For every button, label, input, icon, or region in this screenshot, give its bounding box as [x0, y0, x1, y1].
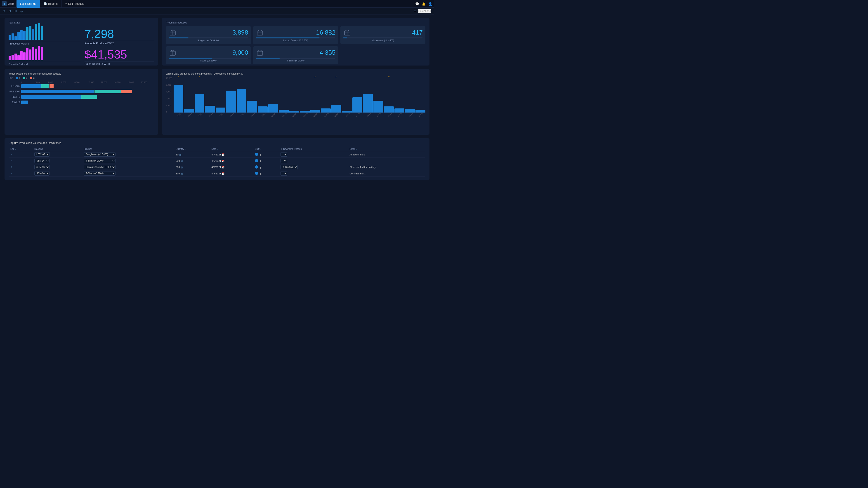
- toolbar-icon-2[interactable]: ⊟: [8, 9, 11, 13]
- sort-icon[interactable]: ↕: [356, 148, 357, 150]
- production-bar: [26, 27, 29, 40]
- comment-icon[interactable]: 💬: [415, 2, 419, 6]
- axis-tick: 8,000: [74, 81, 88, 84]
- sort-icon[interactable]: ↕: [185, 148, 186, 150]
- nav-tab-edit-products[interactable]: ✎ Edit Products: [61, 0, 88, 8]
- product-select[interactable]: T-Shirts (VLT200): [84, 171, 116, 175]
- sales-revenue-value: $41,535: [85, 48, 127, 60]
- vbar: [226, 91, 236, 112]
- hbar-segment: [50, 84, 54, 88]
- products-wtd-cell: 7,298 Products Produced WTD: [82, 26, 154, 45]
- vizlib-icon: ▦: [2, 1, 7, 6]
- product-item: 3,898 Sunglasses (VLG400): [166, 26, 251, 44]
- toolbar-icon-4[interactable]: ◎: [20, 9, 23, 13]
- bars-area: ⚠⚠⚠⚠⚠ 3/1/213/2/213/3/213/4/213/5/213/6/…: [174, 77, 426, 118]
- user-icon[interactable]: 👤: [428, 2, 432, 6]
- production-bar: [35, 24, 37, 40]
- vbar-col: [268, 79, 278, 112]
- quantity-value: 105: [176, 172, 180, 175]
- sort-icon[interactable]: ↕: [303, 148, 304, 150]
- sort-icon[interactable]: ↕: [217, 148, 218, 150]
- vizlib-logo: ▦ vizlib: [2, 1, 14, 6]
- toolbar-icon-1[interactable]: ⊞: [3, 9, 5, 13]
- vizlib-text: vizlib: [8, 2, 14, 5]
- downtime-select[interactable]: [281, 152, 287, 157]
- vbar-chart: ⚠⚠⚠⚠⚠: [174, 79, 426, 113]
- product-item: 9,000 Socks (VLS100): [166, 46, 251, 64]
- toolbar-icon-3[interactable]: ⊠: [14, 9, 17, 13]
- calendar-icon[interactable]: 📅: [222, 160, 224, 162]
- table-col-header: ⚠ Downtime Reason↕: [279, 147, 348, 151]
- quantity-ordered-bars: [8, 47, 81, 60]
- product-select[interactable]: Sunglasses (VLG400): [84, 152, 116, 157]
- product-box-icon: [168, 48, 177, 57]
- downtime-select[interactable]: [281, 159, 287, 163]
- table-col-header: Notes↕: [348, 147, 426, 151]
- vbar-col: [289, 79, 299, 112]
- edit-row-icon[interactable]: ✎: [10, 166, 12, 168]
- product-item: 16,882 Laptop Covers (VLC700): [253, 26, 338, 44]
- nav-tab-logistics[interactable]: Logistics Hub: [17, 0, 40, 8]
- machine-select[interactable]: SSM-16: [34, 159, 50, 163]
- product-value: 3,898: [232, 29, 248, 36]
- machine-select[interactable]: SSM-16: [34, 171, 50, 175]
- legend-label: 1: [19, 77, 20, 79]
- calendar-icon[interactable]: 📅: [222, 172, 224, 175]
- quantity-bar: [32, 47, 34, 60]
- sales-revenue-label: Sales Revenue WTD: [85, 61, 154, 66]
- vbar-col: [395, 79, 404, 112]
- shift-label: Shift: [8, 77, 13, 79]
- downtime-select[interactable]: [281, 171, 287, 175]
- calendar-icon[interactable]: 📅: [222, 166, 224, 168]
- days-chart-card: Which Days produced the most products? (…: [162, 69, 430, 135]
- selections-button[interactable]: Selections: [418, 9, 431, 13]
- vbar: [174, 85, 184, 112]
- downtime-select[interactable]: ⚠ Staffing: [281, 165, 298, 169]
- edit-row-icon[interactable]: ✎: [10, 172, 12, 175]
- product-value: 16,882: [316, 29, 336, 36]
- quantity-bar: [29, 50, 31, 60]
- nav-tab-reports[interactable]: 📄 Reports: [40, 0, 61, 8]
- production-bar: [18, 32, 20, 40]
- hbar-row: SSM-22: [8, 101, 154, 104]
- edit-row-icon[interactable]: ✎: [10, 153, 12, 156]
- quantity-bar: [14, 54, 17, 60]
- vbar-col: [415, 79, 426, 112]
- product-select[interactable]: T-Shirts (VLT200): [84, 159, 116, 163]
- nav-tab-logistics-label: Logistics Hub: [20, 2, 36, 5]
- legend-dot: [16, 77, 18, 79]
- vbar-col: ⚠: [384, 79, 394, 112]
- quantity-icon[interactable]: ▦: [181, 166, 183, 168]
- vbar: [237, 89, 247, 112]
- legend-label: 3: [33, 77, 35, 79]
- axis-tick: 0: [21, 81, 35, 84]
- data-table: Edit↕Machine↕Product↕Quantity↕Date↕Shift…: [8, 147, 426, 177]
- grid-icon[interactable]: ⊞: [414, 9, 416, 13]
- fast-stats-grid: Production Volume 7,298 Products Produce…: [8, 26, 154, 62]
- sort-icon[interactable]: ↕: [43, 148, 45, 150]
- quantity-icon[interactable]: ▦: [181, 172, 183, 175]
- machine-select[interactable]: LBT-105: [34, 152, 50, 157]
- notes-value: [348, 158, 426, 164]
- table-header: Edit↕Machine↕Product↕Quantity↕Date↕Shift…: [8, 147, 426, 151]
- sort-icon[interactable]: ↕: [15, 148, 16, 150]
- quantity-icon[interactable]: ▦: [179, 153, 181, 156]
- product-name: Sunglasses (VLG400): [168, 39, 248, 42]
- hbar-track: [21, 84, 154, 88]
- machine-select[interactable]: SSM-16: [34, 165, 50, 169]
- legend-dot: [30, 77, 32, 79]
- calendar-icon[interactable]: 📅: [222, 153, 224, 156]
- bell-icon[interactable]: 🔔: [422, 2, 426, 6]
- product-select[interactable]: Laptop Covers (VLC700): [84, 165, 116, 169]
- sort-icon[interactable]: ↕: [260, 148, 261, 150]
- edit-row-icon[interactable]: ✎: [10, 159, 12, 162]
- quantity-icon[interactable]: ▦: [181, 160, 183, 162]
- shift-dot: [255, 172, 258, 175]
- table-row: ✎SSM-16T-Shirts (VLT200)500 ▦4/6/2021 📅 …: [8, 158, 426, 164]
- axis-tick: 4,000: [48, 81, 61, 84]
- product-top: 9,000: [168, 48, 248, 57]
- middle-row: Which Machines and Shifts produced produ…: [4, 69, 430, 135]
- sort-icon[interactable]: ↕: [92, 148, 93, 150]
- hbar-row-label: PRS-8700: [8, 90, 20, 93]
- shift-dot: [255, 165, 258, 168]
